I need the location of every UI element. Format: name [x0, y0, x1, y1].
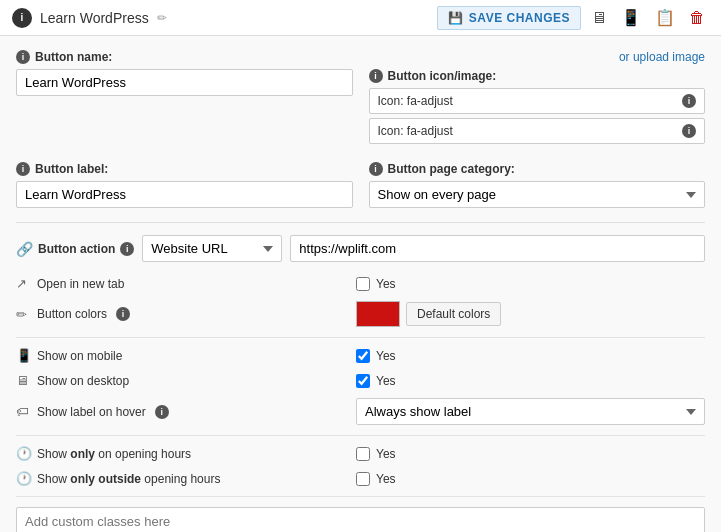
button-icon-group: or upload image i Button icon/image: Ico… — [369, 50, 706, 148]
button-colors-control: Default colors — [356, 301, 501, 327]
button-colors-label: ✏ Button colors i — [16, 307, 356, 322]
show-mobile-row: 📱 Show on mobile Yes — [16, 348, 705, 363]
show-label-hover-row: 🏷 Show label on hover i Always show labe… — [16, 398, 705, 425]
button-page-category-group: i Button page category: Show on every pa… — [369, 162, 706, 208]
open-new-tab-label: ↗ Open in new tab — [16, 276, 356, 291]
default-colors-button[interactable]: Default colors — [406, 302, 501, 326]
label-hover-icon: 🏷 — [16, 404, 32, 419]
header: i Learn WordPress ✏ 💾 SAVE CHANGES 🖥 📱 📋… — [0, 0, 721, 36]
custom-classes-row — [16, 507, 705, 532]
button-label-group: i Button label: — [16, 162, 353, 208]
icon-row-1: Icon: fa-adjust i — [369, 88, 706, 114]
action-globe-icon: 🔗 — [16, 241, 33, 257]
show-opening-hours-label: 🕐 Show only on opening hours — [16, 446, 356, 461]
button-page-category-label: i Button page category: — [369, 162, 706, 176]
divider-hours — [16, 435, 705, 436]
button-action-row: 🔗 Button action i Website URL Phone call… — [16, 235, 705, 262]
opening-hours-icon: 🕐 — [16, 446, 32, 461]
desktop-icon: 🖥 — [16, 373, 32, 388]
copy-icon-button[interactable]: 📋 — [651, 6, 679, 29]
page-title: Learn WordPress — [40, 10, 149, 26]
button-page-category-select[interactable]: Show on every page Home page only All pa… — [369, 181, 706, 208]
button-page-category-info-icon[interactable]: i — [369, 162, 383, 176]
row-name-icon: i Button name: or upload image i Button … — [16, 50, 705, 148]
mobile-icon: 📱 — [16, 348, 32, 363]
row-label-category: i Button label: i Button page category: … — [16, 162, 705, 208]
show-opening-hours-text: Show only on opening hours — [37, 447, 191, 461]
show-mobile-control: Yes — [356, 349, 396, 363]
button-name-input[interactable] — [16, 69, 353, 96]
button-colors-info-icon[interactable]: i — [116, 307, 130, 321]
open-new-tab-row: ↗ Open in new tab Yes — [16, 276, 705, 291]
edit-icon[interactable]: ✏ — [157, 11, 167, 25]
button-icon-label: i Button icon/image: — [369, 69, 706, 83]
show-outside-hours-row: 🕐 Show only outside opening hours Yes — [16, 471, 705, 486]
open-new-tab-checkbox[interactable] — [356, 277, 370, 291]
show-outside-hours-text: Show only outside opening hours — [37, 472, 220, 486]
app-logo: i — [12, 8, 32, 28]
icon1-info-icon[interactable]: i — [682, 94, 696, 108]
show-desktop-label: 🖥 Show on desktop — [16, 373, 356, 388]
show-label-hover-select[interactable]: Always show label Show on hover Never sh… — [356, 398, 705, 425]
open-new-tab-control: Yes — [356, 277, 396, 291]
show-opening-hours-row: 🕐 Show only on opening hours Yes — [16, 446, 705, 461]
button-label-label: i Button label: — [16, 162, 353, 176]
button-icon-info-icon[interactable]: i — [369, 69, 383, 83]
show-outside-hours-control: Yes — [356, 472, 396, 486]
button-colors-row: ✏ Button colors i Default colors — [16, 301, 705, 327]
upload-link-area: or upload image — [369, 50, 706, 64]
outside-hours-icon: 🕐 — [16, 471, 32, 486]
header-actions: 💾 SAVE CHANGES 🖥 📱 📋 🗑 — [437, 6, 709, 30]
save-icon: 💾 — [448, 11, 464, 25]
button-action-info-icon[interactable]: i — [120, 242, 134, 256]
show-opening-hours-control: Yes — [356, 447, 396, 461]
open-tab-icon: ↗ — [16, 276, 32, 291]
divider-action — [16, 222, 705, 223]
show-opening-hours-checkbox[interactable] — [356, 447, 370, 461]
main-content: i Button name: or upload image i Button … — [0, 36, 721, 532]
tablet-icon-button[interactable]: 📱 — [617, 6, 645, 29]
button-label-info-icon[interactable]: i — [16, 162, 30, 176]
button-name-label: i Button name: — [16, 50, 353, 64]
show-outside-hours-label: 🕐 Show only outside opening hours — [16, 471, 356, 486]
button-action-label: 🔗 Button action i — [16, 241, 134, 257]
url-input[interactable] — [290, 235, 705, 262]
button-label-input[interactable] — [16, 181, 353, 208]
colors-icon: ✏ — [16, 307, 32, 322]
icon2-info-icon[interactable]: i — [682, 124, 696, 138]
show-desktop-row: 🖥 Show on desktop Yes — [16, 373, 705, 388]
divider-mobile-desktop — [16, 337, 705, 338]
icon-row-2: Icon: fa-adjust i — [369, 118, 706, 144]
show-outside-hours-checkbox[interactable] — [356, 472, 370, 486]
show-mobile-label: 📱 Show on mobile — [16, 348, 356, 363]
action-type-select[interactable]: Website URL Phone call Email Scroll to t… — [142, 235, 282, 262]
show-desktop-checkbox[interactable] — [356, 374, 370, 388]
show-mobile-checkbox[interactable] — [356, 349, 370, 363]
header-left: i Learn WordPress ✏ — [12, 8, 437, 28]
action-select-wrap: Website URL Phone call Email Scroll to t… — [142, 235, 705, 262]
custom-classes-input[interactable] — [16, 507, 705, 532]
button-name-group: i Button name: — [16, 50, 353, 148]
upload-image-link[interactable]: upload image — [633, 50, 705, 64]
desktop-icon-button[interactable]: 🖥 — [587, 7, 611, 29]
delete-icon-button[interactable]: 🗑 — [685, 7, 709, 29]
button-name-info-icon[interactable]: i — [16, 50, 30, 64]
color-swatch[interactable] — [356, 301, 400, 327]
show-label-hover-label: 🏷 Show label on hover i — [16, 404, 356, 419]
show-desktop-control: Yes — [356, 374, 396, 388]
save-button[interactable]: 💾 SAVE CHANGES — [437, 6, 581, 30]
divider-custom — [16, 496, 705, 497]
show-label-hover-info-icon[interactable]: i — [155, 405, 169, 419]
show-label-hover-control: Always show label Show on hover Never sh… — [356, 398, 705, 425]
